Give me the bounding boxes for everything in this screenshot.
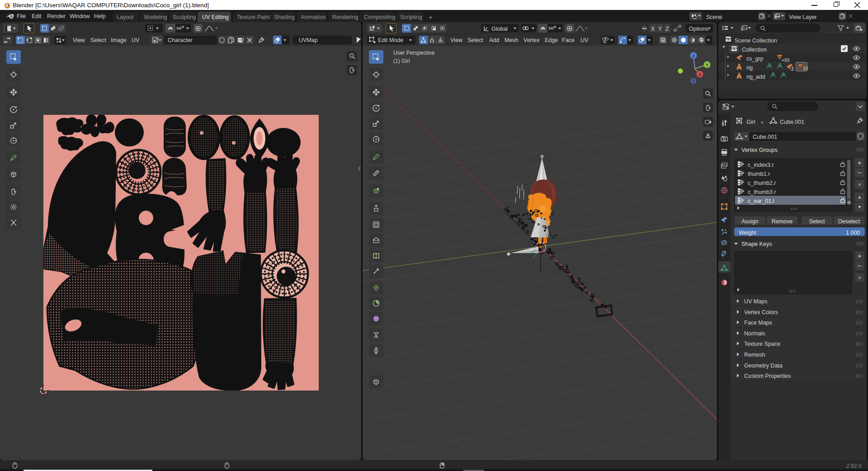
svg-text:(1) Girl: (1) Girl bbox=[393, 58, 410, 64]
svg-text:X: X bbox=[698, 72, 701, 77]
svg-text:User Perspective: User Perspective bbox=[393, 50, 435, 56]
svg-text:Y: Y bbox=[706, 63, 708, 67]
svg-text:Z: Z bbox=[692, 54, 695, 58]
